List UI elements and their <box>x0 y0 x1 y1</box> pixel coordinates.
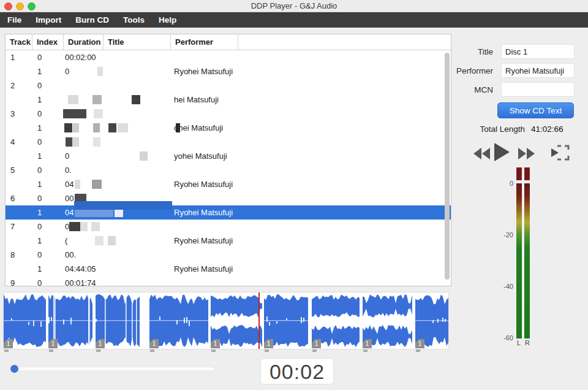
track-boundary-tick <box>416 350 420 352</box>
table-row[interactable]: 104Ryohei Matsufuji <box>6 205 451 220</box>
waveform-block[interactable]: 1 <box>415 293 450 348</box>
waveform-block[interactable]: 1 <box>149 293 208 348</box>
cell-perf: hei Matsufuji <box>174 95 219 104</box>
track-boundary-tick <box>96 350 100 352</box>
table-row[interactable]: 1ohei Matsufuji <box>6 121 451 135</box>
menu-bar: FileImportBurn CDToolsHelp <box>0 12 588 28</box>
redaction-overlay <box>74 201 172 210</box>
column-header-index[interactable]: Index <box>32 34 64 50</box>
cell-perf: Ryohei Matsufuji <box>174 264 233 273</box>
table-row[interactable]: 104Ryohei Matsufuji <box>6 177 451 191</box>
cell-dur: 0 <box>65 151 69 161</box>
column-header-empty[interactable] <box>238 34 451 50</box>
table-row[interactable]: 9000:01:74 <box>6 276 451 286</box>
redaction-box <box>140 151 148 161</box>
table-row[interactable]: 700 <box>6 220 451 234</box>
time-display: 00:02 <box>260 358 334 384</box>
table-row[interactable]: 10yohei Matsufuji <box>6 149 451 163</box>
waveform-block[interactable]: 1 <box>48 293 94 348</box>
cell-dur: 04 <box>65 180 74 189</box>
menu-item-help[interactable]: Help <box>159 15 176 25</box>
track-boundary-tick <box>312 350 317 352</box>
table-row[interactable]: 10Ryohei Matsufuji <box>6 64 451 78</box>
fast-forward-button[interactable] <box>518 148 535 159</box>
cell-track: 1 <box>10 53 15 62</box>
menu-item-file[interactable]: File <box>7 15 21 25</box>
redaction-box <box>132 95 140 104</box>
cell-perf: ohei Matsufuji <box>174 123 223 132</box>
column-header-track[interactable]: Track <box>6 34 32 50</box>
track-table: TrackIndexDurationTitlePerformer 1000:02… <box>5 34 451 286</box>
disc-performer-input[interactable] <box>501 63 575 78</box>
table-scrollbar[interactable] <box>445 53 450 280</box>
cell-dur: 00:02:00 <box>65 53 96 62</box>
play-button[interactable] <box>494 143 510 161</box>
seek-slider-track[interactable] <box>11 367 216 371</box>
cell-perf: Ryohei Matsufuji <box>174 67 233 76</box>
column-header-performer[interactable]: Performer <box>171 34 238 50</box>
total-length-value: 41:02:66 <box>531 124 564 134</box>
play-to-end-icon <box>550 143 570 162</box>
table-row[interactable]: 1(Ryohei Matsufuji <box>6 234 451 248</box>
waveform-block[interactable]: 1 <box>363 293 413 348</box>
column-header-title[interactable]: Title <box>104 34 171 50</box>
track-boundary-tick <box>363 350 368 352</box>
menu-item-import[interactable]: Import <box>36 15 61 25</box>
redaction-box <box>94 109 103 118</box>
table-header: TrackIndexDurationTitlePerformer <box>6 34 451 50</box>
waveform-block[interactable]: 1 <box>312 293 361 348</box>
redaction-box <box>108 236 116 245</box>
disc-title-input[interactable] <box>501 44 575 59</box>
mcn-input[interactable] <box>501 82 575 97</box>
redaction-box <box>118 123 128 132</box>
table-row[interactable]: 1000:02:00 <box>6 50 451 64</box>
redaction-box <box>108 123 116 132</box>
play-to-end-button[interactable] <box>550 143 570 162</box>
cell-track: 4 <box>10 137 15 147</box>
play-icon <box>494 143 510 161</box>
redaction-box <box>63 109 86 118</box>
redaction-box <box>176 123 180 132</box>
redaction-box <box>75 180 80 189</box>
menu-item-tools[interactable]: Tools <box>123 15 145 25</box>
rewind-button[interactable] <box>473 148 491 159</box>
waveform-block[interactable]: 1 <box>96 293 141 348</box>
cell-index: 0 <box>37 222 42 231</box>
waveform-block[interactable]: 1 <box>4 293 47 348</box>
table-row[interactable]: 1hei Matsufuji <box>6 93 451 107</box>
table-row[interactable]: 40 <box>6 135 451 149</box>
track-boundary-tick <box>4 350 9 352</box>
menu-item-burn-cd[interactable]: Burn CD <box>75 15 109 25</box>
waveform-strip: 111111111 <box>3 292 449 350</box>
table-row[interactable]: 8000. <box>6 248 451 262</box>
redaction-box <box>92 180 102 189</box>
meter-tick-label: -40 <box>499 283 513 290</box>
show-cd-text-button[interactable]: Show CD Text <box>497 102 574 118</box>
redaction-box <box>93 137 100 147</box>
cell-track: 8 <box>10 250 15 259</box>
cell-index: 0 <box>37 137 42 147</box>
cell-index: 0 <box>37 109 42 118</box>
cell-perf: Ryohei Matsufuji <box>174 180 233 189</box>
cell-track: 5 <box>10 166 15 175</box>
table-row[interactable]: 30 <box>6 107 451 121</box>
track-boundary-tick <box>49 350 53 352</box>
cell-index: 0 <box>37 250 42 259</box>
table-row[interactable]: 20 <box>6 78 451 93</box>
cell-dur: 04 <box>65 208 74 217</box>
waveform-block[interactable]: 1 <box>211 293 262 348</box>
waveform-block[interactable]: 1 <box>264 293 309 348</box>
cell-track: 6 <box>10 194 15 203</box>
table-row[interactable]: 500. <box>6 163 451 177</box>
cell-index: 0 <box>37 81 42 90</box>
meter-tick-label: -20 <box>499 231 513 239</box>
redaction-box <box>80 222 88 231</box>
level-meter-left <box>516 183 522 338</box>
column-header-duration[interactable]: Duration <box>64 34 104 50</box>
cell-track: 9 <box>10 278 15 286</box>
table-row[interactable]: 104:44:05Ryohei Matsufuji <box>6 262 451 276</box>
table-row[interactable]: 6000 <box>6 191 451 205</box>
seek-slider-thumb[interactable] <box>10 365 18 373</box>
redaction-box <box>92 95 102 104</box>
cell-index: 0 <box>37 194 42 203</box>
